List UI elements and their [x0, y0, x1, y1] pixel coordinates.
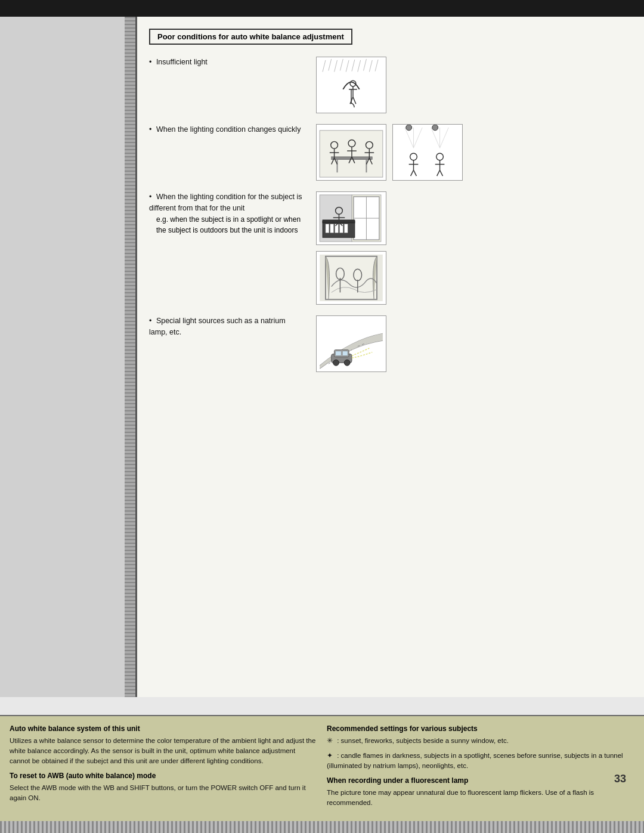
svg-line-0 — [323, 60, 326, 72]
bullet3-point: • — [149, 191, 151, 203]
bullets-section: • Insufficient light — [149, 57, 626, 383]
bullet1-text-col: • Insufficient light — [149, 57, 316, 68]
bullet4-text-col: • Special light sources such as a natriu… — [149, 315, 316, 338]
bullet3-eg-text: e.g. when the subject is in a spotlight … — [156, 215, 301, 234]
svg-line-3 — [340, 59, 343, 71]
page-number: 33 — [614, 773, 626, 785]
main-content: Poor conditions for auto white balance a… — [137, 17, 644, 697]
bottom-col2-p2-text: : candle flames in darkness, subjects in… — [327, 752, 623, 769]
svg-point-84 — [344, 360, 350, 366]
bullet3-text: • When the lighting condition for the su… — [149, 193, 302, 212]
bullet1-text: • Insufficient light — [149, 58, 208, 66]
bottom-col2-p1-text: : sunset, fireworks, subjects beside a s… — [337, 737, 509, 744]
svg-line-6 — [358, 60, 361, 72]
left-sidebar — [0, 17, 137, 697]
bottom-col2-p2: ✦ : candle flames in darkness, subjects … — [327, 751, 634, 772]
svg-line-51 — [437, 170, 440, 176]
bottom-col1-p2: Select the AWB mode with the WB and SHIF… — [10, 783, 317, 804]
bottom-col1-p1: Utilizes a white balance sensor to deter… — [10, 736, 317, 767]
bottom-col2-h2: When recording under a fluorescent lamp — [327, 776, 634, 785]
illus-piano-window — [316, 191, 386, 245]
bottom-section: Auto white balance system of this unit U… — [0, 715, 644, 821]
svg-line-47 — [414, 170, 417, 176]
title-text: Poor conditions for auto white balance a… — [157, 32, 344, 41]
svg-point-42 — [432, 125, 438, 131]
svg-point-83 — [333, 360, 339, 366]
bullet4-images — [316, 315, 386, 372]
bullet2-text: • When the lighting condition changes qu… — [149, 125, 301, 134]
svg-point-48 — [436, 153, 444, 160]
bullet3-text-col: • When the lighting condition for the su… — [149, 191, 316, 236]
svg-rect-61 — [330, 224, 334, 233]
svg-line-1 — [329, 59, 332, 71]
illus-people-indoor — [316, 124, 386, 181]
bullet-row-4: • Special light sources such as a natriu… — [149, 315, 626, 372]
illus-umbrella — [316, 57, 386, 113]
svg-rect-71 — [326, 256, 377, 299]
bottom-col1-h2: To reset to AWB (auto white balance) mod… — [10, 772, 317, 780]
bullet1-point: • — [149, 57, 151, 68]
bullet1-images — [316, 57, 386, 113]
svg-line-46 — [411, 170, 414, 176]
illus-car-road — [316, 315, 386, 372]
svg-line-52 — [440, 170, 443, 176]
bullet-row-3: • When the lighting condition for the su… — [149, 191, 626, 305]
svg-line-40 — [440, 128, 449, 148]
svg-line-9 — [375, 60, 378, 72]
bullet2-text-col: • When the lighting condition changes qu… — [149, 124, 316, 135]
bullet1-label: Insufficient light — [156, 58, 208, 66]
page: Poor conditions for auto white balance a… — [0, 0, 644, 833]
content-area: Poor conditions for auto white balance a… — [0, 17, 644, 697]
bullet4-point: • — [149, 315, 151, 327]
bottom-col2: Recommended settings for various subject… — [327, 724, 634, 813]
bottom-col1: Auto white balance system of this unit U… — [10, 724, 317, 813]
bullet2-images — [316, 124, 463, 181]
illus-window-outdoor — [316, 251, 386, 305]
bullet4-text: • Special light sources such as a natriu… — [149, 317, 286, 336]
page-number-text: 33 — [614, 773, 626, 785]
svg-rect-64 — [344, 224, 348, 233]
bottom-col1-h1: Auto white balance system of this unit — [10, 724, 317, 733]
bullet2-label: When the lighting condition changes quic… — [156, 125, 301, 134]
bottom-col2-p1: ✳ : sunset, fireworks, subjects beside a… — [327, 736, 634, 746]
svg-point-41 — [406, 125, 412, 131]
bullet3-images — [316, 191, 386, 305]
bottom-col2-h1: Recommended settings for various subject… — [327, 724, 634, 733]
bullet3-eg: e.g. when the subject is in a spotlight … — [156, 214, 304, 236]
svg-line-4 — [346, 60, 349, 72]
star-icon-1: ✳ — [327, 736, 333, 746]
bullet-row-1: • Insufficient light — [149, 57, 626, 113]
svg-rect-81 — [336, 351, 342, 356]
svg-line-8 — [369, 60, 372, 72]
title-box: Poor conditions for auto white balance a… — [149, 29, 352, 45]
svg-line-37 — [414, 128, 423, 148]
bullet-row-2: • When the lighting condition changes qu… — [149, 124, 626, 181]
svg-rect-60 — [326, 224, 329, 233]
star-icon-2: ✦ — [327, 751, 333, 761]
svg-rect-82 — [342, 351, 348, 356]
top-bar — [0, 0, 644, 17]
illus-people-spotlight — [392, 124, 463, 181]
bullet3-main: When the lighting condition for the subj… — [149, 193, 302, 212]
svg-rect-16 — [320, 131, 383, 177]
svg-line-5 — [352, 60, 355, 72]
svg-line-2 — [335, 60, 338, 72]
svg-line-15 — [353, 97, 356, 104]
bottom-col2-p3: The picture tone may appear unnatural du… — [327, 788, 634, 809]
svg-line-7 — [364, 59, 367, 71]
bullet4-label: Special light sources such as a natrium … — [149, 317, 286, 336]
svg-point-43 — [410, 153, 417, 160]
bullet2-point: • — [149, 124, 151, 135]
bottom-decorative-bar — [0, 821, 644, 833]
sidebar-decoration — [125, 17, 135, 697]
